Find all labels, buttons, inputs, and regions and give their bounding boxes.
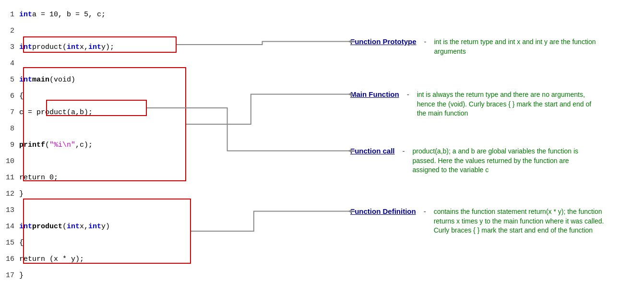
- code-token: product: [32, 219, 62, 235]
- code-token: {: [19, 235, 24, 251]
- line-number: 5: [5, 72, 19, 88]
- code-token: }: [19, 268, 24, 284]
- line-number: 12: [5, 186, 19, 202]
- code-token: product(: [32, 39, 67, 56]
- code-line: 8: [5, 121, 274, 137]
- code-token: (void): [49, 72, 75, 88]
- annotation-dash-prototype: -: [424, 37, 427, 46]
- code-token: int: [19, 39, 32, 56]
- code-token: a = 10, b = 5, c;: [32, 7, 106, 23]
- code-token: int: [88, 219, 101, 235]
- code-token: "%i\n": [49, 137, 75, 153]
- annotation-desc-definition: contains the function statement return(x…: [434, 207, 616, 235]
- line-number: 11: [5, 170, 19, 186]
- line-number: 10: [5, 153, 19, 170]
- annotation-dash-definition: -: [424, 207, 426, 215]
- annotation-desc-prototype: int is the return type and int x and int…: [434, 37, 617, 56]
- code-token: x,: [80, 219, 88, 235]
- code-token: int: [67, 39, 80, 56]
- code-token: int: [19, 219, 32, 235]
- line-number: 2: [5, 23, 19, 39]
- code-token: return 0;: [19, 170, 58, 186]
- code-line: 3int product(int x, int y);: [5, 39, 274, 56]
- annotation-label-definition: Function Definition: [350, 207, 416, 215]
- code-panel: 1int a = 10, b = 5, c;23int product(int …: [5, 5, 274, 288]
- line-number: 17: [5, 268, 19, 284]
- code-token: main: [32, 72, 49, 88]
- code-token: int: [19, 72, 32, 88]
- code-line: 6{: [5, 88, 274, 105]
- line-number: 14: [5, 219, 19, 235]
- code-line: 17}: [5, 268, 274, 284]
- line-number: 4: [5, 56, 19, 72]
- line-number: 9: [5, 137, 19, 153]
- line-number: 13: [5, 202, 19, 219]
- code-line: 14int product(int x, int y): [5, 219, 274, 235]
- line-number: 7: [5, 105, 19, 121]
- annotation-desc-main: int is always the return type and there …: [417, 90, 599, 118]
- code-line: 10: [5, 153, 274, 170]
- line-number: 16: [5, 251, 19, 268]
- code-line: 12}: [5, 186, 274, 202]
- code-token: int: [67, 219, 80, 235]
- annotation-desc-call: product(a,b); a and b are global variabl…: [413, 147, 595, 175]
- code-line: 2: [5, 23, 274, 39]
- code-token: (: [62, 219, 67, 235]
- code-token: (: [45, 137, 49, 153]
- line-number: 8: [5, 121, 19, 137]
- code-line: 15{: [5, 235, 274, 251]
- code-line: 9 printf("%i\n",c);: [5, 137, 274, 153]
- code-token: y): [101, 219, 110, 235]
- code-token: printf: [19, 137, 45, 153]
- line-number: 3: [5, 39, 19, 56]
- code-token: y);: [101, 39, 114, 56]
- right-section: Function Prototype-int is the return typ…: [274, 5, 639, 288]
- annotation-main: Main Function-int is always the return t…: [350, 90, 599, 118]
- annotation-label-call: Function call: [350, 147, 395, 155]
- annotation-label-prototype: Function Prototype: [350, 37, 417, 46]
- annotation-prototype: Function Prototype-int is the return typ…: [350, 37, 617, 56]
- code-line: 4: [5, 56, 274, 72]
- annotation-label-main: Main Function: [350, 90, 399, 98]
- code-line: 7 c = product(a,b);: [5, 105, 274, 121]
- code-lines: 1int a = 10, b = 5, c;23int product(int …: [5, 7, 274, 284]
- line-number: 1: [5, 7, 19, 23]
- code-line: 11 return 0;: [5, 170, 274, 186]
- code-line: 16 return (x * y);: [5, 251, 274, 268]
- line-number: 6: [5, 88, 19, 105]
- annotation-dash-main: -: [407, 90, 409, 98]
- annotation-definition: Function Definition-contains the functio…: [350, 207, 616, 235]
- code-line: 13: [5, 202, 274, 219]
- code-token: int: [19, 7, 32, 23]
- code-line: 1int a = 10, b = 5, c;: [5, 7, 274, 23]
- annotation-call: Function call-product(a,b); a and b are …: [350, 147, 595, 175]
- code-line: 5int main(void): [5, 72, 274, 88]
- code-token: ,c);: [75, 137, 93, 153]
- code-token: {: [19, 88, 24, 105]
- code-token: }: [19, 186, 24, 202]
- code-token: c = product(a,b);: [19, 105, 93, 121]
- code-token: return (x * y);: [19, 251, 84, 268]
- line-number: 15: [5, 235, 19, 251]
- annotation-dash-call: -: [403, 147, 405, 155]
- code-token: int: [88, 39, 101, 56]
- code-token: x,: [80, 39, 88, 56]
